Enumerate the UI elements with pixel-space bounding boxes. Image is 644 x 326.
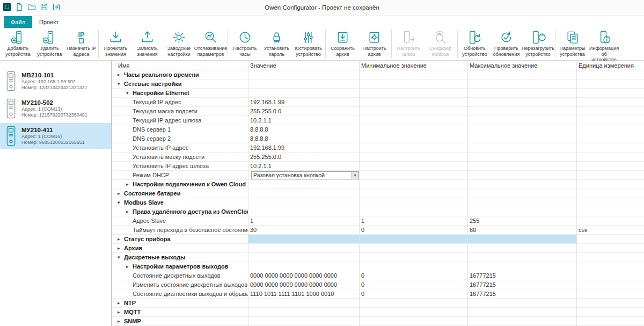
- param-row[interactable]: ▸Настройки подключения к Owen Cloud: [112, 180, 644, 189]
- expand-arrow-icon[interactable]: ▸: [118, 236, 124, 242]
- param-min: 0: [361, 281, 364, 288]
- toolbar-button-device-params[interactable]: Параметры устройства: [557, 29, 588, 57]
- param-row[interactable]: ▾Дискретные выходы: [112, 253, 644, 262]
- param-value-cell[interactable]: 192.168.1.99: [248, 98, 359, 106]
- param-row[interactable]: Режим DHCPРазовая установка кнопкой▾: [112, 171, 644, 180]
- toolbar-button-set-password[interactable]: ***Установить пароль: [261, 29, 292, 57]
- param-row[interactable]: Установить IP адрес шлюза10.2.1.1: [112, 162, 644, 171]
- param-row[interactable]: Состояние диагностики выходов и обрыва н…: [112, 289, 644, 299]
- expand-arrow-icon[interactable]: ▸: [126, 182, 133, 187]
- param-row[interactable]: Текущий IP адрес шлюза10.2.1.1: [112, 116, 644, 125]
- param-row[interactable]: ▸Архив: [112, 244, 644, 253]
- param-value-cell[interactable]: Разовая установка кнопкой▾: [248, 171, 359, 179]
- expand-arrow-icon[interactable]: ▸: [118, 72, 124, 77]
- toolbar-button-delete-device[interactable]: Удалить устройства: [34, 29, 65, 57]
- param-row[interactable]: Установить маску подсети255.255.0.0: [112, 153, 644, 162]
- device-list-item-МУ210-411[interactable]: МУ210-411Адрес: 1 (COM16)Номер: 96851200…: [0, 123, 111, 149]
- param-value-cell: [248, 89, 359, 97]
- param-value-cell[interactable]: 10.2.1.1: [248, 162, 359, 170]
- param-value-cell[interactable]: 0000 0000 0000 0000 0000 0000: [248, 280, 359, 289]
- toolbar-button-add-device[interactable]: Добавить устройства: [2, 29, 34, 57]
- param-row[interactable]: DNS сервер 28.8.8.8: [112, 134, 644, 143]
- collapse-arrow-icon[interactable]: ▾: [118, 81, 124, 86]
- param-value-cell[interactable]: 8.8.8.8: [248, 125, 359, 134]
- toolbar-button-set-clock[interactable]: Настроить часы: [229, 29, 261, 57]
- param-row[interactable]: ▾Modbus Slave: [112, 198, 644, 207]
- param-row[interactable]: ▸SNMP: [112, 317, 644, 326]
- param-row[interactable]: Состояние дискретных выходов0000 0000 00…: [112, 271, 644, 280]
- param-row[interactable]: DNS сервер 18.8.8.8: [112, 125, 644, 134]
- save-project-icon[interactable]: [40, 3, 48, 11]
- param-value-cell[interactable]: 10.2.1.1: [248, 116, 359, 125]
- param-row[interactable]: ▾Настройки Ethernet: [112, 89, 644, 98]
- param-value-cell[interactable]: 8.8.8.8: [248, 134, 359, 143]
- toolbar-button-save-archive[interactable]: Сохранить архив: [327, 29, 358, 57]
- param-value-cell[interactable]: 0000 0000 0000 0000 0000 0000: [248, 271, 359, 280]
- device-list-item-МУ210-502[interactable]: МУ210-502Адрес: 1 (COM13)Номер: 12157922…: [0, 96, 111, 121]
- param-name-cell: ▸Настройки параметров выходов: [112, 262, 248, 271]
- param-row[interactable]: Таймаут перехода в безопасное состояние3…: [112, 226, 644, 235]
- device-list-item-МВ210-101[interactable]: МВ210-101Адрес: 192.168.1.99:502Номер: 1…: [0, 68, 111, 94]
- toolbar-button-reboot-device[interactable]: Перезагрузить устройство: [522, 29, 554, 57]
- new-project-icon[interactable]: [15, 3, 24, 11]
- chevron-down-icon[interactable]: ▾: [351, 172, 358, 179]
- expand-arrow-icon[interactable]: ▸: [126, 264, 133, 269]
- param-name-cell: Таймаут перехода в безопасное состояние: [112, 226, 248, 234]
- collapse-arrow-icon[interactable]: ▾: [126, 90, 133, 96]
- param-max-cell: [467, 98, 576, 106]
- dhcp-mode-select[interactable]: Разовая установка кнопкой▾: [251, 171, 359, 179]
- column-header-min[interactable]: Минимальное значение: [359, 61, 467, 70]
- param-row[interactable]: ▸Статус прибора: [112, 235, 644, 244]
- param-value-cell[interactable]: 1110 1011 1111 1101 1000 0010: [248, 289, 359, 298]
- toolbar-button-assign-ip[interactable]: IPНазначить IP адреса: [65, 29, 97, 57]
- param-row[interactable]: Текущий IP адрес192.168.1.99: [112, 98, 644, 107]
- column-header-max[interactable]: Максимальное значение: [467, 61, 576, 70]
- param-name: Часы реального времени: [124, 71, 199, 78]
- toolbar-button-monitor-params[interactable]: Отслеживание параметров: [195, 29, 226, 57]
- param-row[interactable]: Изменить состояние дискретных выходов000…: [112, 280, 644, 289]
- expand-arrow-icon[interactable]: ▸: [118, 309, 124, 315]
- param-row[interactable]: Текущая маска подсети255.255.0.0: [112, 107, 644, 116]
- collapse-arrow-icon[interactable]: ▾: [118, 255, 124, 260]
- expand-arrow-icon[interactable]: ▸: [118, 191, 124, 196]
- toolbar-button-read-values[interactable]: Прочитать значения: [100, 29, 131, 57]
- toolbar-button-factory-settings[interactable]: Заводские настройки: [163, 29, 195, 57]
- column-header-unit[interactable]: Единица измерения: [576, 61, 644, 70]
- expand-arrow-icon[interactable]: ▸: [118, 318, 124, 324]
- param-value-cell[interactable]: 1: [248, 216, 359, 225]
- expand-arrow-icon[interactable]: ▸: [118, 245, 124, 251]
- param-row[interactable]: ▸Настройки параметров выходов: [112, 262, 644, 271]
- param-row[interactable]: Установить IP адрес192.168.1.99: [112, 143, 644, 153]
- expand-arrow-icon[interactable]: ▸: [126, 209, 133, 214]
- toolbar-button-configure-archive[interactable]: Настроить архив: [358, 29, 390, 57]
- open-project-icon[interactable]: [27, 3, 36, 11]
- param-value: 0000 0000 0000 0000 0000 0000: [250, 272, 337, 279]
- param-value-cell[interactable]: 192.168.1.99: [248, 143, 359, 152]
- param-min-cell: [359, 262, 467, 271]
- toolbar-button-update-device[interactable]: Обновить устройство: [459, 29, 491, 57]
- collapse-arrow-icon[interactable]: ▾: [118, 200, 124, 205]
- toolbar-button-write-values[interactable]: Записать значения: [131, 29, 163, 57]
- param-row[interactable]: ▸Права удалённого доступа из OwenCloud: [112, 207, 644, 216]
- tab-file[interactable]: Файл: [4, 16, 32, 28]
- param-row[interactable]: ▸Часы реального времени: [112, 70, 644, 79]
- param-name-cell: ▸SNMP: [112, 317, 248, 325]
- param-row[interactable]: Адрес Slave11255: [112, 216, 644, 226]
- param-value-cell[interactable]: 30: [248, 226, 359, 234]
- column-header-value[interactable]: Значение: [248, 61, 359, 70]
- param-value-cell[interactable]: 255.255.0.0: [248, 153, 359, 161]
- param-row[interactable]: ▾Сетевые настройки: [112, 79, 644, 89]
- toolbar-button-adjust-device[interactable]: Юстировать устройство: [292, 29, 324, 57]
- expand-arrow-icon[interactable]: ▸: [118, 300, 124, 306]
- toolbar-button-device-info[interactable]: Информация об устройстве: [588, 29, 620, 63]
- tab-project[interactable]: Проект: [32, 16, 65, 28]
- device-list: МВ210-101Адрес: 192.168.1.99:502Номер: 1…: [0, 61, 112, 326]
- param-row[interactable]: ▸NTP: [112, 299, 644, 308]
- export-project-icon[interactable]: [52, 3, 61, 11]
- param-value-cell: [248, 262, 359, 271]
- param-row[interactable]: ▸Состояние батареи: [112, 189, 644, 198]
- param-row[interactable]: ▸MQTT: [112, 308, 644, 317]
- param-value-cell[interactable]: 255.255.0.0: [248, 107, 359, 115]
- toolbar-button-check-updates[interactable]: Проверить обновления: [491, 29, 522, 57]
- column-header-name[interactable]: Имя: [112, 61, 248, 70]
